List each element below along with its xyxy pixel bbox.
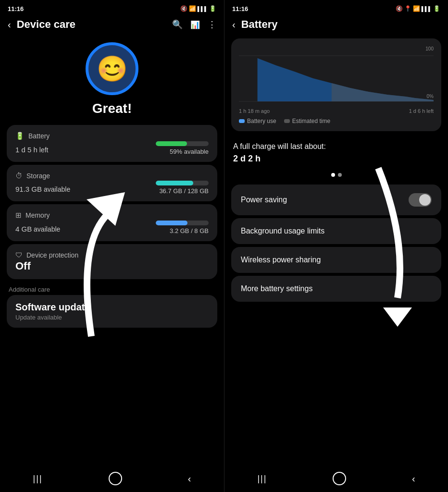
software-sub: Update available — [15, 314, 209, 321]
home-button[interactable] — [109, 472, 122, 485]
more-icon[interactable]: ⋮ — [208, 19, 216, 30]
wireless-sharing-row[interactable]: Wireless power sharing — [231, 247, 441, 273]
charge-text-1: A full charge will last about: — [233, 141, 439, 152]
right-back-button[interactable]: ‹ — [232, 19, 236, 30]
chart-0-label: 0% — [427, 94, 434, 99]
storage-icon: ⏱ — [15, 172, 23, 180]
legend-battery-label: Battery use — [247, 118, 276, 124]
left-page-title: Device care — [17, 18, 166, 31]
mascot-icon: 😊 — [86, 42, 138, 95]
protection-card[interactable]: 🛡 Device protection Off — [7, 244, 217, 279]
left-action-icons: 🔍 📊 ⋮ — [172, 19, 216, 30]
software-card[interactable]: Software update Update available — [7, 295, 217, 330]
left-time: 11:16 — [8, 5, 24, 12]
storage-card[interactable]: ⏱ Storage 91.3 GB available 36.7 GB / 12… — [7, 165, 217, 201]
legend-estimated-dot — [284, 119, 290, 123]
battery-value: 1 d 5 h left — [15, 143, 48, 155]
memory-progress-bar — [156, 221, 209, 225]
right-back-button[interactable]: ‹ — [412, 473, 415, 484]
battery-card[interactable]: 🔋 Battery 1 d 5 h left 59% available — [7, 125, 217, 162]
battery-progress-bar — [156, 141, 209, 146]
storage-progress-bar — [156, 181, 209, 185]
back-button[interactable]: ‹ — [188, 473, 191, 484]
protection-title: Device protection — [26, 251, 78, 259]
memory-value: 4 GB available — [15, 222, 60, 234]
charge-info: A full charge will last about: 2 d 2 h — [224, 136, 448, 170]
storage-stat: 36.7 GB / 128 GB — [159, 187, 209, 195]
page-dot-1 — [331, 173, 335, 177]
right-time: 11:16 — [232, 5, 248, 12]
battery-chart — [239, 53, 434, 106]
power-saving-label: Power saving — [241, 196, 287, 204]
chart-time-left: 1 h 18 m ago — [239, 108, 270, 114]
settings-area: Power saving Background usage limits Wir… — [231, 184, 441, 304]
storage-progress-fill — [156, 181, 193, 185]
memory-title: Memory — [25, 211, 50, 219]
battery-icon: 🔋 — [15, 132, 25, 140]
protection-value: Off — [15, 260, 209, 272]
svg-marker-5 — [332, 83, 434, 101]
memory-icon: ⊞ — [15, 211, 22, 220]
charge-text-2: 2 d 2 h — [233, 152, 439, 165]
storage-title: Storage — [26, 172, 50, 180]
power-saving-toggle[interactable] — [409, 193, 432, 207]
background-limits-row[interactable]: Background usage limits — [231, 218, 441, 244]
page-dot-2 — [338, 173, 342, 177]
memory-card[interactable]: ⊞ Memory 4 GB available 3.2 GB / 8 GB — [7, 204, 217, 241]
legend-estimated-label: Estimated time — [292, 118, 330, 124]
battery-progress-fill — [156, 141, 187, 146]
left-panel: 11:16 🔇 📶 ▌▌▌ 🔋 ‹ Device care 🔍 📊 ⋮ 😊 Gr… — [0, 0, 224, 492]
software-title: Software update — [15, 302, 209, 313]
chart-legend: Battery use Estimated time — [239, 118, 434, 124]
toggle-thumb — [419, 194, 431, 206]
battery-chart-card: 100 0% 1 h 18 m ago — [231, 38, 441, 131]
wireless-sharing-label: Wireless power sharing — [241, 256, 321, 264]
memory-stat: 3.2 GB / 8 GB — [170, 227, 209, 234]
more-settings-row[interactable]: More battery settings — [231, 276, 441, 302]
recents-button[interactable]: ||| — [33, 474, 43, 484]
memory-progress-fill — [156, 221, 187, 225]
svg-marker-6 — [383, 308, 412, 327]
more-settings-label: More battery settings — [241, 284, 312, 293]
chart-icon[interactable]: 📊 — [190, 20, 200, 29]
storage-value: 91.3 GB available — [15, 182, 70, 195]
right-recents-button[interactable]: ||| — [257, 474, 267, 484]
protection-icon: 🛡 — [15, 251, 23, 259]
right-home-button[interactable] — [333, 472, 346, 485]
chart-time-right: 1 d 6 h left — [409, 108, 434, 114]
right-panel: 11:16 🔇 📍 📶 ▌▌▌ 🔋 ‹ Battery 100 — [224, 0, 448, 492]
background-limits-label: Background usage limits — [241, 227, 324, 235]
mascot-area: 😊 Great! — [0, 35, 224, 120]
right-top-bar: ‹ Battery — [224, 15, 448, 35]
right-bottom-nav: ||| ‹ — [224, 465, 448, 492]
battery-stat: 59% available — [170, 148, 209, 155]
battery-title: Battery — [28, 132, 50, 140]
left-status-icons: 🔇 📶 ▌▌▌ 🔋 — [180, 5, 216, 12]
right-status-icons: 🔇 📍 📶 ▌▌▌ 🔋 — [396, 5, 440, 12]
left-status-bar: 11:16 🔇 📶 ▌▌▌ 🔋 — [0, 0, 224, 15]
left-bottom-nav: ||| ‹ — [0, 465, 224, 492]
power-saving-row[interactable]: Power saving — [231, 184, 441, 215]
mascot-label: Great! — [92, 101, 132, 116]
legend-battery-dot — [239, 119, 245, 123]
cards-area: 🔋 Battery 1 d 5 h left 59% available ⏱ S — [7, 125, 217, 281]
right-status-bar: 11:16 🔇 📍 📶 ▌▌▌ 🔋 — [224, 0, 448, 15]
right-page-title: Battery — [241, 18, 440, 31]
left-top-bar: ‹ Device care 🔍 📊 ⋮ — [0, 15, 224, 35]
page-dots — [224, 170, 448, 180]
search-icon[interactable]: 🔍 — [172, 19, 183, 30]
left-back-button[interactable]: ‹ — [8, 19, 11, 30]
additional-care-label: Additional care — [0, 281, 224, 295]
